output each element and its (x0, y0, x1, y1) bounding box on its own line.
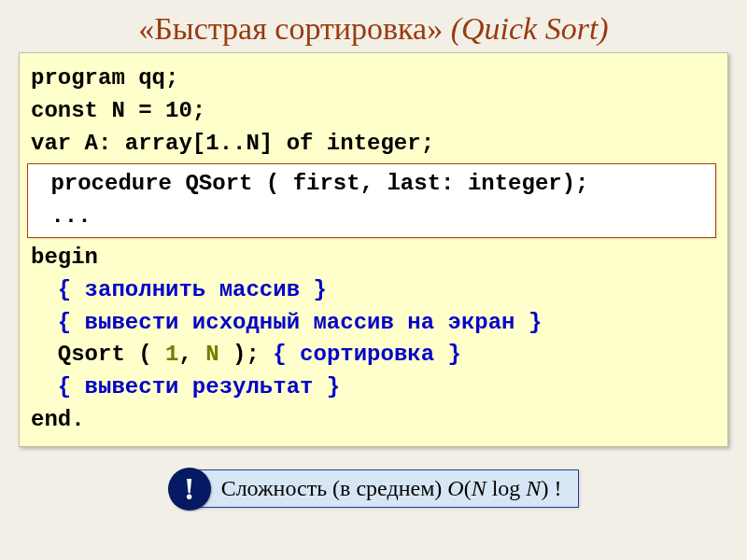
code-line-6: { вывести исходный массив на экран } (31, 307, 716, 340)
complexity-label: Сложность (в среднем) (221, 476, 448, 500)
code-block: program qq; const N = 10; var A: array[1… (19, 52, 728, 447)
code-line-2: const N = 10; (31, 95, 716, 128)
code-line-7: Qsort ( 1, N ); { сортировка } (31, 339, 716, 371)
code-line-3: var A: array[1..N] of integer; (31, 128, 716, 161)
procedure-box: procedure QSort ( first, last: integer);… (27, 163, 716, 238)
complexity-row: ! Сложность (в среднем) O(N log N) ! (19, 468, 728, 511)
title-en: (Quick Sort) (451, 11, 609, 46)
code-line-4: begin (31, 242, 716, 274)
complexity-box: Сложность (в среднем) O(N log N) ! (194, 469, 580, 508)
code-line-5: { заполнить массив } (31, 274, 716, 307)
code-inner-2: ... (37, 201, 706, 233)
title-ru: «Быстрая сортировка» (138, 11, 443, 46)
complexity-tail: ! (548, 476, 561, 500)
code-line-9: end. (31, 404, 716, 437)
code-line-8: { вывести результат } (31, 371, 716, 404)
slide-title: «Быстрая сортировка» (Quick Sort) (0, 0, 747, 52)
exclamation-icon: ! (168, 468, 211, 511)
code-inner-1: procedure QSort ( first, last: integer); (37, 168, 706, 201)
code-line-1: program qq; (31, 63, 716, 95)
